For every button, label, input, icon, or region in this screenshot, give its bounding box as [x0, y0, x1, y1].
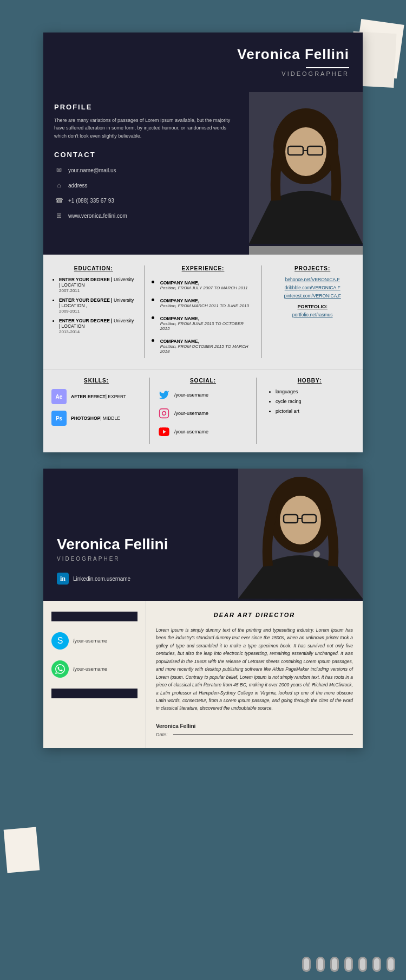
experience-list: COMPANY NAME, Position, FROM JULY 2007 T…: [153, 277, 254, 354]
project-link-2[interactable]: dribbble.com/VERONICA.F: [270, 285, 355, 290]
project-link-1[interactable]: behonce.net/VERONICA.F: [270, 277, 355, 282]
phone-icon: ☎: [54, 196, 64, 205]
social-heading: SOCIAL:: [158, 378, 248, 384]
profile-photo-bg: [249, 92, 363, 246]
portfolio-link[interactable]: portfolio.net/rasmus: [270, 312, 355, 317]
ring-1: [302, 957, 311, 972]
profile-photo: [249, 92, 363, 255]
page2-header: Veronica Fellini VIDEOGRAPHER in Linkedi…: [43, 469, 363, 601]
svg-point-14: [313, 551, 320, 557]
edu-dates-3: 2013-2014: [59, 329, 80, 334]
svg-point-10: [280, 496, 321, 544]
page2-header-left: Veronica Fellini VIDEOGRAPHER in Linkedi…: [43, 469, 238, 601]
resume-page-2: Veronica Fellini VIDEOGRAPHER in Linkedi…: [43, 469, 363, 748]
edu-dates-1: 2007-2011: [59, 288, 80, 293]
edu-item-2: ENTER YOUR DEGREE | University | LOCATIO…: [59, 297, 136, 314]
education-list: ENTER YOUR DEGREE | University | LOCATIO…: [51, 277, 136, 334]
portfolio-heading: PORTFOLIO:: [270, 304, 355, 309]
whatsapp-icon: [51, 660, 69, 678]
exp-company-3: COMPANY NAME,: [160, 316, 254, 321]
profile-text: There are many variations of passages of…: [54, 116, 238, 140]
exp-item-2: COMPANY NAME, Position, FROM MARCH 2011 …: [160, 295, 254, 308]
contact-address-text: address: [68, 183, 88, 189]
social-twitter-text: /your-username: [174, 392, 208, 398]
letter-date-underline: [173, 734, 353, 735]
edu-degree-3: ENTER YOUR DEGREE |: [59, 318, 113, 323]
resume-page-1: Veronica Fellini VIDEOGRAPHER PROFILE Th…: [43, 33, 363, 452]
hobby-item-3: pictorial art: [276, 408, 355, 414]
ring-2: [316, 957, 325, 972]
col-social: SOCIAL: /your-username /your-username: [150, 378, 257, 444]
experience-heading: EXPERIENCE:: [153, 265, 254, 271]
linkedin-icon: in: [57, 573, 69, 585]
ring-5: [358, 957, 367, 972]
hobby-list: languages cycle racing pictorial art: [265, 389, 355, 414]
edu-dates-2: 2009-2011: [59, 309, 80, 314]
svg-rect-6: [160, 409, 169, 418]
contact-web-text: www.veronica.fellini.com: [68, 213, 127, 219]
hobby-item-1: languages: [276, 389, 355, 394]
skill-photoshop: Ps PHOTOSHOP| MIDDLE: [51, 411, 141, 426]
header-name-block: Veronica Fellini VIDEOGRAPHER: [237, 46, 349, 77]
profile-heading: PROFILE: [54, 103, 238, 111]
resume-header: Veronica Fellini VIDEOGRAPHER: [43, 33, 363, 92]
header-name: Veronica Fellini: [237, 46, 349, 63]
contact-address: ⌂ address: [54, 180, 238, 190]
three-col-lower: SKILLS: Ae AFTER EFFECT| EXPERT Ps PHOTO…: [43, 369, 363, 452]
ring-4: [344, 957, 353, 972]
ring-6: [372, 957, 381, 972]
exp-company-4: COMPANY NAME,: [160, 339, 254, 344]
web-icon: ⊞: [54, 211, 64, 220]
social-youtube: /your-username: [158, 426, 248, 438]
edu-item-3: ENTER YOUR DEGREE | University | LOCATIO…: [59, 318, 136, 334]
exp-role-1: Position, FROM JULY 2007 TO MARCH 2011: [160, 285, 254, 290]
ps-icon: Ps: [51, 411, 67, 426]
exp-role-2: Position, FROM MARCH 2011 TO JUNE 2013: [160, 303, 254, 308]
social-youtube-text: /your-username: [174, 429, 208, 434]
ring-7: [387, 957, 395, 972]
letter-top-bar: [51, 612, 137, 621]
skills-heading: SKILLS:: [51, 378, 141, 384]
youtube-icon: [158, 426, 170, 438]
page2-header-photo: [238, 469, 363, 601]
page2-title: VIDEOGRAPHER: [57, 556, 225, 562]
page2-name: Veronica Fellini: [57, 536, 225, 553]
header-title: VIDEOGRAPHER: [237, 70, 349, 77]
header-line: [306, 67, 349, 68]
contact-phone: ☎ +1 (088) 335 67 93: [54, 196, 238, 205]
social-twitter: /your-username: [158, 389, 248, 401]
letter-skype: S /your-username: [51, 632, 137, 650]
exp-role-3: Position, FROM JUNE 2013 TO OCTOBER 2015: [160, 321, 254, 331]
letter-date-line: Date:: [156, 732, 353, 737]
contact-phone-text: +1 (088) 335 67 93: [68, 198, 114, 204]
hobby-item-2: cycle racing: [276, 399, 355, 404]
edu-degree-1: ENTER YOUR DEGREE |: [59, 277, 113, 282]
skype-icon: S: [51, 632, 69, 650]
page2-letter-left: S /your-username /your-username: [43, 601, 146, 748]
svg-point-2: [285, 127, 326, 176]
skill-after-effect: Ae AFTER EFFECT| EXPERT: [51, 389, 141, 404]
profile-section: PROFILE There are many variations of pas…: [43, 92, 363, 255]
education-heading: EDUCATION:: [51, 265, 136, 271]
exp-item-1: COMPANY NAME, Position, FROM JULY 2007 T…: [160, 277, 254, 290]
contact-heading: CONTACT: [54, 151, 238, 159]
home-icon: ⌂: [54, 180, 64, 190]
page2-linkedin: in Linkedin.com.username: [57, 573, 225, 585]
profile-left: PROFILE There are many variations of pas…: [43, 92, 249, 255]
exp-company-2: COMPANY NAME,: [160, 298, 254, 303]
instagram-icon: [158, 407, 170, 419]
letter-bottom-bar: [51, 689, 137, 698]
resume-lower: EDUCATION: ENTER YOUR DEGREE | Universit…: [43, 255, 363, 452]
linkedin-text: Linkedin.com.username: [73, 576, 130, 582]
profile-photo-svg: [249, 92, 363, 244]
contact-web: ⊞ www.veronica.fellini.com: [54, 211, 238, 220]
projects-heading: PROJECTS:: [270, 265, 355, 271]
letter-heading: DEAR ART DIRECTOR: [156, 612, 353, 618]
social-instagram-text: /your-username: [174, 411, 208, 416]
bg-paper-3: [4, 827, 40, 873]
col-skills: SKILLS: Ae AFTER EFFECT| EXPERT Ps PHOTO…: [43, 378, 150, 444]
ae-icon: Ae: [51, 389, 67, 404]
col-experience: EXPERIENCE: COMPANY NAME, Position, FROM…: [145, 265, 263, 358]
project-link-3[interactable]: pinterest.com/VERONICA.F: [270, 293, 355, 298]
exp-item-3: COMPANY NAME, Position, FROM JUNE 2013 T…: [160, 313, 254, 331]
